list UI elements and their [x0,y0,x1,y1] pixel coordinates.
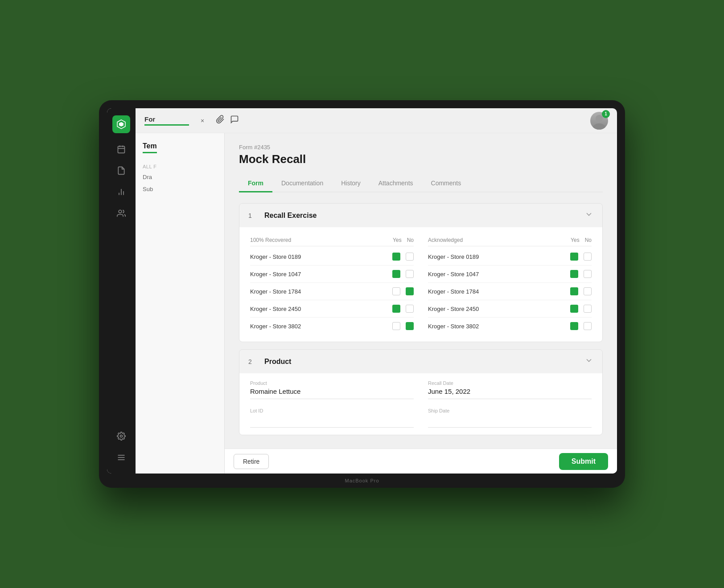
retire-button[interactable]: Retire [234,454,269,469]
field-lot-id: Lot ID [250,408,414,428]
sidebar-settings-icon[interactable] [112,427,130,445]
submit-button[interactable]: Submit [559,453,608,470]
sidebar-menu-icon[interactable] [112,449,130,466]
store-name-left-2: Kroger - Store 1784 [250,288,392,295]
cb-right-4-yes[interactable] [570,322,578,330]
right-col-yn: Yes No [571,237,592,243]
recall-row-left-3: Kroger - Store 2450 [250,300,414,318]
cb-left-0-no[interactable] [406,253,414,261]
left-col-label: 100% Recovered [250,237,393,243]
recall-row-left-4: Kroger - Store 3802 [250,318,414,335]
sidebar-chart-icon[interactable] [112,183,130,201]
ship-date-label: Ship Date [428,408,592,413]
recall-row-right-3: Kroger - Store 2450 [428,300,592,318]
cb-right-2-no[interactable] [584,287,592,295]
recall-right-col: Acknowledged Yes No K [428,234,592,335]
close-button[interactable]: × [196,114,209,127]
recall-left-col: 100% Recovered Yes No [250,234,414,335]
svg-point-8 [120,435,123,437]
form-content: Form #2435 Mock Recall Form Documentatio… [225,133,617,449]
store-name-right-1: Kroger - Store 1047 [428,271,570,278]
recall-row-left-2: Kroger - Store 1784 [250,283,414,300]
store-name-right-0: Kroger - Store 0189 [428,253,570,260]
section-2-header[interactable]: 2 Product [239,350,602,373]
tab-comments[interactable]: Comments [422,175,470,192]
cb-right-0-yes[interactable] [570,253,578,261]
left-nav-title: Tem [143,142,157,153]
left-nav-drafts[interactable]: Dra [136,171,224,183]
cb-left-4-yes[interactable] [392,322,400,330]
recall-date-value: June 15, 2022 [428,388,592,399]
field-product: Product Romaine Lettuce [250,380,414,399]
cb-right-2-yes[interactable] [570,287,578,295]
sidebar-calendar-icon[interactable] [112,140,130,158]
lot-id-label: Lot ID [250,408,414,413]
sidebar-documents-icon[interactable] [112,162,130,180]
cb-left-1-yes[interactable] [392,270,400,278]
section-2-body: Product Romaine Lettuce Recall Date June… [239,373,602,435]
store-name-left-3: Kroger - Store 2450 [250,306,392,312]
comment-icon[interactable] [230,115,239,126]
app-logo[interactable] [112,115,130,133]
cb-left-3-yes[interactable] [392,305,400,313]
tab-attachments[interactable]: Attachments [370,175,422,192]
store-name-right-3: Kroger - Store 2450 [428,306,570,312]
tab-history[interactable]: History [332,175,370,192]
cb-right-3-yes[interactable] [570,305,578,313]
section-2-chevron [584,356,593,367]
top-bar: For × [136,108,617,133]
left-nav-submitted[interactable]: Sub [136,183,224,195]
svg-point-13 [593,123,605,130]
sidebar [107,108,136,474]
user-avatar[interactable]: 1 [590,112,608,130]
cb-left-4-no[interactable] [406,322,414,330]
store-name-left-4: Kroger - Store 3802 [250,323,392,330]
left-nav-section-allf: All F [136,159,224,171]
left-no-label: No [407,237,414,243]
store-name-right-4: Kroger - Store 3802 [428,323,570,330]
section-2-number: 2 [248,358,257,365]
lot-id-value [250,415,414,428]
store-name-right-2: Kroger - Store 1784 [428,288,570,295]
field-ship-date: Ship Date [428,408,592,428]
cb-left-1-no[interactable] [406,270,414,278]
section-product: 2 Product [239,349,603,435]
product-label: Product [250,380,414,386]
recall-row-right-2: Kroger - Store 1784 [428,283,592,300]
form-number: Form #2435 [239,144,603,151]
attachment-icon[interactable] [216,115,225,126]
left-yes-label: Yes [393,237,402,243]
cb-left-3-no[interactable] [406,305,414,313]
cb-right-3-no[interactable] [584,305,592,313]
store-name-left-0: Kroger - Store 0189 [250,253,392,260]
notification-badge: 1 [602,110,610,118]
laptop-label: MacBook Pro [345,478,379,483]
cb-left-2-no[interactable] [406,287,414,295]
cb-left-2-yes[interactable] [392,287,400,295]
left-col-yn: Yes No [393,237,414,243]
recall-row-left-0: Kroger - Store 0189 [250,248,414,265]
cb-right-0-no[interactable] [584,253,592,261]
product-value: Romaine Lettuce [250,388,414,399]
cb-right-1-yes[interactable] [570,270,578,278]
section-1-chevron [584,210,593,221]
tab-form[interactable]: Form [239,175,272,192]
section-1-title: Recall Exercise [264,212,577,220]
ship-date-value [428,415,592,428]
tab-documentation[interactable]: Documentation [272,175,332,192]
right-yes-label: Yes [571,237,580,243]
form-title: Mock Recall [239,152,603,166]
store-name-left-1: Kroger - Store 1047 [250,271,392,278]
cb-right-4-no[interactable] [584,322,592,330]
svg-point-7 [119,210,122,213]
section-1-header[interactable]: 1 Recall Exercise [239,204,602,227]
svg-rect-0 [118,146,125,153]
sidebar-people-icon[interactable] [112,204,130,222]
section-1-number: 1 [248,212,257,219]
cb-left-0-yes[interactable] [392,253,400,261]
right-no-label: No [585,237,592,243]
cb-right-1-no[interactable] [584,270,592,278]
recall-row-right-0: Kroger - Store 0189 [428,248,592,265]
recall-row-right-4: Kroger - Store 3802 [428,318,592,335]
form-area: Form #2435 Mock Recall Form Documentatio… [225,133,617,474]
